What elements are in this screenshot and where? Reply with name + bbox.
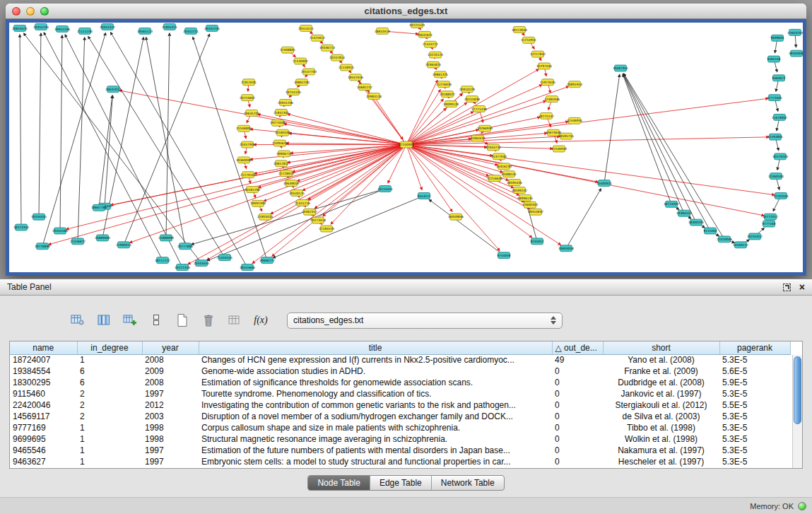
graph-node[interactable]: 16049856 bbox=[448, 214, 464, 220]
graph-node[interactable]: 21095610 bbox=[272, 140, 288, 146]
graph-node[interactable]: 18595434 bbox=[507, 180, 522, 186]
graph-node[interactable]: 21184519 bbox=[319, 226, 334, 232]
graph-node[interactable]: 21276926 bbox=[436, 81, 452, 88]
graph-node[interactable]: 20488141 bbox=[501, 171, 517, 177]
cell-title[interactable]: Genome-wide association studies in ADHD. bbox=[199, 366, 552, 377]
graph-node[interactable]: 18810419 bbox=[375, 28, 390, 34]
graph-node[interactable]: 18123050 bbox=[512, 26, 527, 33]
cell-out_degree[interactable]: 0 bbox=[552, 456, 603, 467]
cell-in_degree[interactable]: 1 bbox=[77, 354, 142, 366]
table-row[interactable]: 1872400712008Changes of HCN gene express… bbox=[10, 354, 790, 366]
cell-pagerank[interactable]: 5.3E-5 bbox=[719, 422, 790, 433]
graph-node[interactable]: 12216636 bbox=[487, 175, 502, 182]
graph-node[interactable]: 12773401 bbox=[767, 95, 782, 101]
cell-year[interactable]: 1998 bbox=[142, 433, 199, 445]
column-header-in_degree[interactable]: in_degree bbox=[77, 341, 142, 354]
graph-node[interactable]: 18111222 bbox=[155, 257, 170, 264]
cell-name[interactable]: 9465546 bbox=[10, 445, 77, 456]
graph-node[interactable]: 21888999 bbox=[158, 235, 174, 241]
graph-node[interactable]: 19336713 bbox=[319, 45, 335, 51]
graph-node[interactable]: 19384554 bbox=[676, 210, 692, 216]
graph-node[interactable]: 20333444 bbox=[194, 260, 209, 267]
graph-node[interactable]: 21903410 bbox=[257, 214, 273, 220]
graph-node[interactable]: 21158915 bbox=[339, 64, 354, 71]
close-window-button[interactable] bbox=[12, 7, 20, 16]
graph-node[interactable]: 18223344 bbox=[13, 224, 29, 230]
graph-node[interactable]: 18755105 bbox=[286, 89, 301, 95]
graph-node[interactable]: 19362317 bbox=[302, 209, 317, 215]
graph-node[interactable]: 20514511 bbox=[298, 25, 314, 31]
cell-title[interactable]: Disruption of a novel member of a sodium… bbox=[199, 411, 552, 422]
cell-short[interactable]: Nakamura et al. (1997) bbox=[603, 445, 719, 456]
graph-node[interactable]: 21543722 bbox=[423, 41, 438, 47]
column-header-out_degree[interactable]: △ out_de... bbox=[552, 341, 603, 354]
graph-node[interactable]: 11973445 bbox=[540, 79, 555, 86]
graph-node[interactable]: 19369006 bbox=[236, 157, 252, 163]
graph-node[interactable]: 20354704 bbox=[33, 23, 49, 30]
graph-node[interactable]: 19915106 bbox=[54, 25, 70, 32]
cell-short[interactable]: Tibbo et al. (1998) bbox=[603, 422, 719, 433]
cell-title[interactable]: Tourette syndrome. Phenomenology and cla… bbox=[199, 388, 552, 399]
cell-pagerank[interactable]: 5.6E-5 bbox=[719, 366, 790, 377]
graph-node[interactable]: 15400921 bbox=[596, 180, 612, 187]
graph-node[interactable]: 21990011 bbox=[116, 242, 131, 248]
cell-title[interactable]: Embryonic stem cells: a model to study s… bbox=[199, 456, 552, 467]
graph-node[interactable]: 11593801 bbox=[767, 134, 783, 140]
cell-short[interactable]: Franke et al. (2009) bbox=[603, 366, 719, 377]
graph-node[interactable]: 20891953 bbox=[567, 81, 582, 88]
cell-title[interactable]: Structural magnetic resonance image aver… bbox=[199, 433, 552, 445]
cell-title[interactable]: Estimation of the future numbers of pati… bbox=[199, 445, 552, 456]
cell-out_degree[interactable]: 0 bbox=[552, 366, 603, 377]
graph-node[interactable]: 9245057 bbox=[530, 238, 543, 245]
graph-node[interactable]: 19906711 bbox=[276, 151, 292, 157]
float-panel-icon[interactable] bbox=[783, 284, 791, 291]
cell-in_degree[interactable]: 1 bbox=[77, 422, 142, 433]
graph-node[interactable]: 20181208 bbox=[245, 187, 260, 193]
cell-name[interactable]: 9777169 bbox=[10, 422, 77, 433]
cell-short[interactable]: Hescheler et al. (1997) bbox=[603, 456, 719, 467]
graph-node[interactable]: 20632621 bbox=[417, 31, 433, 37]
graph-node[interactable]: 20054322 bbox=[100, 23, 115, 30]
cell-name[interactable]: 18724007 bbox=[10, 354, 77, 366]
graph-node[interactable]: 20457905 bbox=[240, 141, 255, 148]
graph-node[interactable]: 21425612 bbox=[310, 35, 325, 41]
network-view[interactable]: 2081042120354704199151062111123420054322… bbox=[6, 19, 806, 276]
close-panel-icon[interactable]: × bbox=[799, 283, 805, 291]
cell-year[interactable]: 2008 bbox=[142, 377, 199, 388]
cell-out_degree[interactable]: 0 bbox=[552, 399, 603, 411]
graph-node[interactable]: 20147703 bbox=[301, 69, 317, 75]
graph-node[interactable]: 12103501 bbox=[773, 192, 789, 199]
cell-pagerank[interactable]: 5.3E-5 bbox=[719, 433, 790, 445]
cell-name[interactable]: 18300295 bbox=[10, 377, 77, 388]
cell-year[interactable]: 2009 bbox=[142, 366, 199, 377]
cell-pagerank[interactable]: 5.5E-5 bbox=[719, 399, 790, 411]
graph-node[interactable]: 20810421 bbox=[12, 25, 28, 31]
graph-node[interactable]: 11546949 bbox=[551, 146, 567, 152]
row-options-button[interactable] bbox=[146, 311, 166, 329]
graph-node[interactable]: 11678902 bbox=[772, 114, 787, 120]
graph-node[interactable]: 19487941 bbox=[613, 65, 628, 71]
zoom-window-button[interactable] bbox=[40, 7, 49, 16]
graph-node[interactable]: 21111234 bbox=[77, 28, 93, 34]
graph-node[interactable]: 18724007 bbox=[664, 201, 679, 207]
graph-node[interactable]: 9699695 bbox=[770, 35, 784, 41]
graph-node[interactable]: 18504904 bbox=[789, 50, 803, 57]
cell-pagerank[interactable]: 5.3E-5 bbox=[719, 445, 790, 456]
graph-node[interactable]: 18667788 bbox=[91, 204, 107, 211]
table-row[interactable]: 946362711997Embryonic stem cells: a mode… bbox=[10, 456, 790, 467]
graph-node[interactable]: 20631012 bbox=[105, 86, 121, 93]
new-table-button[interactable] bbox=[172, 311, 192, 329]
graph-node[interactable]: 10579203 bbox=[772, 153, 788, 160]
graph-node[interactable]: 20188027 bbox=[440, 91, 455, 98]
cell-name[interactable]: 19384554 bbox=[10, 366, 77, 377]
cell-title[interactable]: Corpus callosum shape and size in male p… bbox=[199, 422, 552, 433]
graph-node[interactable]: 16772012 bbox=[763, 214, 778, 220]
graph-node[interactable]: 9465546 bbox=[767, 56, 780, 62]
cell-name[interactable]: 14569117 bbox=[10, 411, 77, 422]
graph-node[interactable]: 19778899 bbox=[35, 243, 50, 250]
cell-out_degree[interactable]: 0 bbox=[552, 388, 603, 399]
cell-year[interactable]: 2008 bbox=[142, 354, 199, 366]
graph-node[interactable]: 20247814 bbox=[329, 54, 345, 61]
graph-node[interactable]: 19454837 bbox=[528, 209, 543, 215]
cell-short[interactable]: Yano et al. (2008) bbox=[603, 354, 719, 366]
